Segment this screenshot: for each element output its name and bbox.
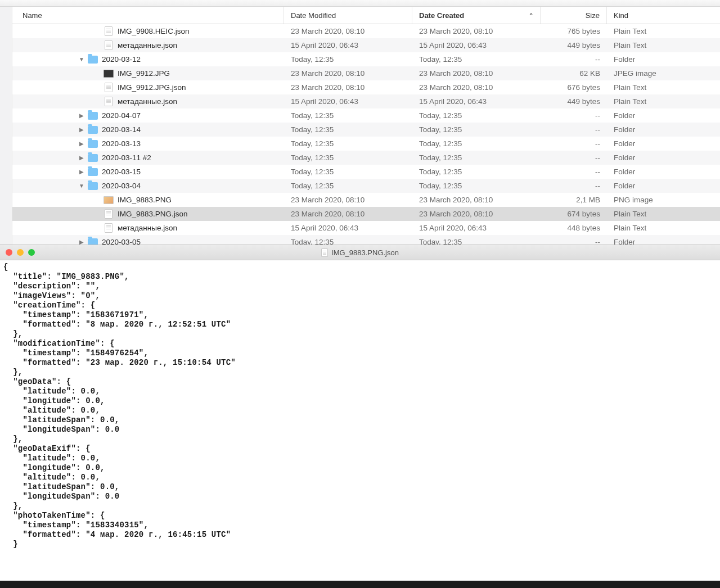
jpeg-thumbnail-icon <box>104 69 114 79</box>
cell-name: IMG_9912.JPG <box>12 69 284 79</box>
cell-modified: Today, 12:35 <box>284 125 412 134</box>
document-icon <box>104 40 114 51</box>
cell-size: -- <box>541 168 607 176</box>
table-row[interactable]: метаданные.json15 April 2020, 06:4315 Ap… <box>12 221 720 235</box>
column-headers: Name Date Modified Date Created ⌃ Size K… <box>12 7 720 24</box>
column-header-size[interactable]: Size <box>541 7 607 24</box>
cell-size: -- <box>541 55 607 64</box>
column-header-created-label: Date Created <box>419 11 464 20</box>
cell-size: 674 bytes <box>541 210 607 218</box>
table-row[interactable]: IMG_9883.PNG.json23 March 2020, 08:1023 … <box>12 207 720 221</box>
cell-kind: Plain Text <box>607 224 720 232</box>
cell-size: 449 bytes <box>541 41 607 49</box>
cell-size: -- <box>541 139 607 148</box>
cell-kind: Folder <box>607 153 720 162</box>
cell-size: -- <box>541 125 607 134</box>
cell-size: 676 bytes <box>541 83 607 92</box>
cell-kind: Folder <box>607 182 720 190</box>
table-row[interactable]: метаданные.json15 April 2020, 06:4315 Ap… <box>12 38 720 52</box>
chevron-down-icon[interactable]: ▼ <box>78 182 86 190</box>
table-row[interactable]: ▼2020-03-04Today, 12:35Today, 12:35--Fol… <box>12 179 720 193</box>
cell-name: IMG_9908.HEIC.json <box>12 26 284 37</box>
file-name-label: IMG_9908.HEIC.json <box>118 27 190 35</box>
cell-created: 15 April 2020, 06:43 <box>412 224 541 232</box>
cell-size: 62 KB <box>541 69 607 78</box>
table-row[interactable]: ▶2020-03-14Today, 12:35Today, 12:35--Fol… <box>12 123 720 137</box>
disclosure-spacer <box>93 84 101 92</box>
table-row[interactable]: ▶2020-04-07Today, 12:35Today, 12:35--Fol… <box>12 108 720 123</box>
table-row[interactable]: IMG_9908.HEIC.json23 March 2020, 08:1023… <box>12 24 720 38</box>
column-header-created[interactable]: Date Created ⌃ <box>412 7 541 24</box>
cell-modified: Today, 12:35 <box>284 238 412 245</box>
cell-created: Today, 12:35 <box>412 111 541 120</box>
cell-modified: 15 April 2020, 06:43 <box>284 224 412 232</box>
close-button[interactable] <box>6 249 12 256</box>
column-header-kind[interactable]: Kind <box>607 7 720 24</box>
cell-modified: Today, 12:35 <box>284 153 412 162</box>
table-row[interactable]: IMG_9883.PNG23 March 2020, 08:1023 March… <box>12 193 720 207</box>
disclosure-spacer <box>93 210 101 218</box>
cell-name: ▶2020-03-14 <box>12 125 284 135</box>
column-header-name[interactable]: Name <box>12 7 284 24</box>
editor-titlebar[interactable]: IMG_9883.PNG.json <box>0 245 720 260</box>
cell-kind: Folder <box>607 111 720 120</box>
folder-icon <box>88 55 98 65</box>
table-row[interactable]: ▶2020-03-13Today, 12:35Today, 12:35--Fol… <box>12 137 720 151</box>
table-row[interactable]: ▼2020-03-12Today, 12:35Today, 12:35--Fol… <box>12 52 720 66</box>
cell-name: IMG_9883.PNG.json <box>12 209 284 219</box>
table-row[interactable]: ▶2020-03-11 #2Today, 12:35Today, 12:35--… <box>12 151 720 165</box>
minimize-button[interactable] <box>17 249 24 256</box>
cell-size: -- <box>541 238 607 245</box>
document-icon <box>104 83 114 93</box>
chevron-right-icon[interactable]: ▶ <box>78 168 86 176</box>
file-rows: IMG_9908.HEIC.json23 March 2020, 08:1023… <box>12 24 720 245</box>
column-header-modified[interactable]: Date Modified <box>284 7 412 24</box>
chevron-down-icon[interactable]: ▼ <box>78 56 86 64</box>
window-title: IMG_9883.PNG.json <box>321 248 399 257</box>
cell-name: IMG_9912.JPG.json <box>12 83 284 93</box>
cell-created: 23 March 2020, 08:10 <box>412 196 541 204</box>
document-icon <box>104 26 114 37</box>
disclosure-spacer <box>93 42 101 49</box>
chevron-right-icon[interactable]: ▶ <box>78 126 86 134</box>
chevron-right-icon[interactable]: ▶ <box>78 238 86 245</box>
folder-icon <box>88 237 98 245</box>
table-row[interactable]: метаданные.json15 April 2020, 06:4315 Ap… <box>12 94 720 108</box>
chevron-right-icon[interactable]: ▶ <box>78 112 86 120</box>
disclosure-spacer <box>93 224 101 232</box>
cell-modified: Today, 12:35 <box>284 139 412 148</box>
folder-icon <box>88 181 98 191</box>
window-controls <box>0 249 35 256</box>
cell-kind: Folder <box>607 55 720 64</box>
maximize-button[interactable] <box>28 249 35 256</box>
file-name-label: 2020-03-15 <box>102 168 141 176</box>
png-thumbnail-icon <box>104 195 114 205</box>
file-name-label: метаданные.json <box>118 41 177 49</box>
cell-size: 765 bytes <box>541 27 607 35</box>
table-row[interactable]: IMG_9912.JPG23 March 2020, 08:1023 March… <box>12 66 720 80</box>
chevron-right-icon[interactable]: ▶ <box>78 154 86 162</box>
cell-modified: Today, 12:35 <box>284 168 412 176</box>
cell-created: 23 March 2020, 08:10 <box>412 83 541 92</box>
file-name-label: IMG_9912.JPG <box>118 69 170 78</box>
finder-sidebar[interactable] <box>0 7 12 245</box>
folder-icon <box>88 167 98 177</box>
cell-name: ▶2020-03-13 <box>12 139 284 149</box>
table-row[interactable]: ▶2020-03-05Today, 12:35Today, 12:35--Fol… <box>12 235 720 245</box>
chevron-right-icon[interactable]: ▶ <box>78 140 86 148</box>
cell-modified: 15 April 2020, 06:43 <box>284 41 412 49</box>
editor-content[interactable]: { "title": "IMG_9883.PNG", "description"… <box>0 260 720 581</box>
cell-name: IMG_9883.PNG <box>12 195 284 205</box>
folder-icon <box>88 125 98 135</box>
file-name-label: метаданные.json <box>118 97 177 106</box>
cell-created: 15 April 2020, 06:43 <box>412 41 541 49</box>
cell-kind: Plain Text <box>607 97 720 106</box>
file-name-label: IMG_9883.PNG <box>118 196 172 204</box>
cell-kind: Plain Text <box>607 83 720 92</box>
folder-icon <box>88 111 98 121</box>
disclosure-spacer <box>93 98 101 106</box>
cell-created: Today, 12:35 <box>412 168 541 176</box>
cell-created: 23 March 2020, 08:10 <box>412 69 541 78</box>
table-row[interactable]: ▶2020-03-15Today, 12:35Today, 12:35--Fol… <box>12 165 720 179</box>
table-row[interactable]: IMG_9912.JPG.json23 March 2020, 08:1023 … <box>12 80 720 94</box>
